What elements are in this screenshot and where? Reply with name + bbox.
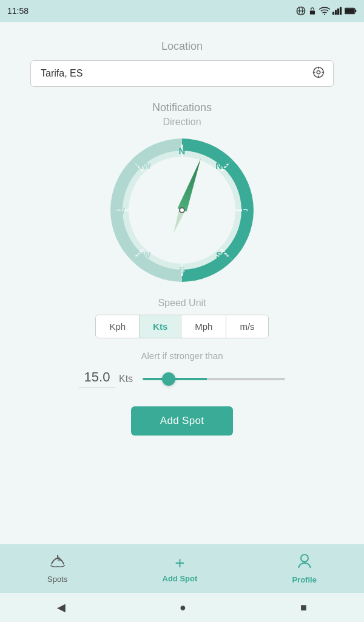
speed-btn-ms[interactable]: m/s — [226, 315, 268, 338]
svg-rect-3 — [310, 10, 315, 14]
nav-item-profile[interactable]: Profile — [292, 553, 316, 584]
svg-rect-6 — [335, 10, 337, 15]
status-time: 11:58 — [7, 6, 29, 16]
svg-point-13 — [317, 70, 320, 74]
svg-rect-8 — [340, 7, 342, 15]
status-icons — [296, 6, 357, 16]
nav-item-add-spot[interactable]: + Add Spot — [163, 555, 198, 583]
speed-btn-kph[interactable]: Kph — [96, 315, 140, 338]
speed-btn-mph[interactable]: Mph — [181, 315, 226, 338]
location-input[interactable] — [30, 60, 334, 87]
compass-dir-NW: NW — [136, 160, 151, 171]
nav-label-profile: Profile — [292, 575, 316, 584]
add-spot-main-button[interactable]: Add Spot — [131, 406, 233, 436]
direction-label: Direction — [163, 117, 201, 128]
alert-unit: Kts — [119, 374, 133, 384]
compass-dir-N: N — [179, 146, 186, 156]
compass-dir-NE: NE — [215, 160, 228, 171]
compass[interactable]: N NE E SE S SW W NW — [109, 137, 255, 283]
wifi-icon — [319, 7, 330, 15]
recents-button[interactable]: ■ — [288, 596, 319, 619]
notifications-title: Notifications — [152, 101, 212, 114]
nav-label-spots: Spots — [47, 575, 67, 584]
alert-row: 15.0 Kts — [79, 369, 285, 388]
svg-rect-5 — [332, 12, 334, 15]
svg-rect-7 — [337, 9, 339, 15]
alert-slider[interactable] — [143, 378, 285, 380]
bottom-nav: Spots + Add Spot Profile — [0, 544, 364, 593]
compass-dir-E: E — [241, 205, 248, 216]
location-gps-icon[interactable] — [312, 66, 325, 81]
svg-rect-11 — [355, 10, 356, 13]
alert-label: Alert if stronger than — [141, 350, 223, 361]
nav-item-spots[interactable]: Spots — [47, 554, 67, 584]
person-icon — [297, 553, 312, 573]
nav-label-add-spot: Add Spot — [163, 574, 198, 583]
speed-unit-label: Speed Unit — [158, 298, 206, 309]
compass-dir-S: S — [179, 264, 185, 275]
compass-center-dot — [179, 207, 185, 213]
boat-icon — [49, 554, 66, 572]
back-button[interactable]: ◀ — [45, 596, 78, 619]
compass-dir-SW: SW — [136, 250, 150, 260]
alert-value: 15.0 — [79, 369, 115, 388]
lock-icon — [308, 6, 317, 16]
main-content: Location Notifications Direction — [0, 22, 364, 544]
plus-icon: + — [175, 555, 184, 572]
speed-unit-buttons: Kph Kts Mph m/s — [95, 315, 268, 338]
location-section-label: Location — [161, 40, 203, 53]
globe-icon — [296, 6, 306, 16]
location-input-wrap — [30, 60, 334, 87]
android-nav: ◀ ● ■ — [0, 593, 364, 622]
svg-marker-29 — [58, 555, 63, 561]
home-button[interactable]: ● — [167, 596, 198, 619]
status-bar: 11:58 — [0, 0, 364, 22]
svg-point-4 — [324, 14, 325, 15]
svg-rect-10 — [345, 9, 354, 13]
svg-point-30 — [301, 555, 308, 562]
compass-dir-SE: SE — [216, 250, 228, 260]
battery-icon — [345, 7, 357, 15]
compass-dir-W: W — [116, 205, 125, 216]
signal-icon — [332, 7, 342, 15]
speed-btn-kts[interactable]: Kts — [140, 315, 181, 338]
